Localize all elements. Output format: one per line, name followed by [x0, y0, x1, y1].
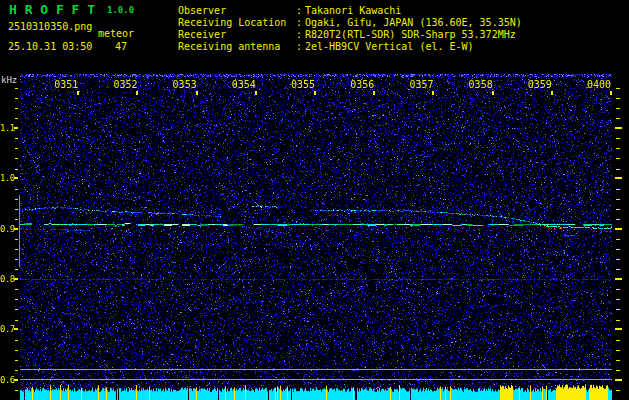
- freq-minor-tick-right: [616, 350, 620, 351]
- time-tick-label: 0351: [54, 79, 78, 90]
- freq-minor-tick: [15, 158, 18, 159]
- freq-minor-tick: [15, 370, 18, 371]
- freq-tick: [14, 228, 18, 230]
- freq-minor-tick: [15, 289, 18, 290]
- hrofft-output-image: H R O F F T 1.0.0 2510310350.png meteor …: [0, 0, 629, 400]
- freq-minor-tick: [15, 320, 18, 321]
- time-tick-label: 0352: [113, 79, 137, 90]
- time-tick: [196, 91, 198, 95]
- time-tick-label: 0354: [232, 79, 256, 90]
- freq-minor-tick: [15, 118, 18, 119]
- freq-minor-tick-right: [616, 289, 620, 290]
- freq-tick: [14, 177, 18, 179]
- freq-minor-tick: [15, 249, 18, 250]
- freq-tick-label: 0.9: [0, 224, 13, 234]
- freq-minor-tick: [15, 98, 18, 99]
- freq-minor-tick-right: [616, 320, 620, 321]
- freq-minor-tick-right: [616, 118, 620, 119]
- time-tick-label: 0358: [469, 79, 493, 90]
- freq-tick-right: [615, 379, 622, 381]
- freq-minor-tick-right: [616, 88, 620, 89]
- freq-minor-tick-right: [616, 148, 620, 149]
- freq-minor-tick-right: [616, 219, 620, 220]
- freq-minor-tick-right: [616, 169, 620, 170]
- freq-minor-tick-right: [616, 108, 620, 109]
- time-tick: [255, 91, 257, 95]
- time-tick: [77, 91, 79, 95]
- freq-minor-tick-right: [616, 259, 620, 260]
- freq-minor-tick: [15, 239, 18, 240]
- time-tick-label: 0359: [528, 79, 552, 90]
- freq-minor-tick: [15, 299, 18, 300]
- time-tick: [136, 91, 138, 95]
- freq-minor-tick: [15, 148, 18, 149]
- time-tick: [492, 91, 494, 95]
- freq-minor-tick-right: [616, 269, 620, 270]
- freq-tick-right: [615, 278, 622, 280]
- freq-minor-tick-right: [616, 370, 620, 371]
- freq-minor-tick-right: [616, 239, 620, 240]
- freq-minor-tick-right: [616, 138, 620, 139]
- freq-tick-right: [615, 328, 622, 330]
- freq-minor-tick-right: [616, 209, 620, 210]
- freq-tick-label: 0.8: [0, 274, 13, 284]
- time-tick: [314, 91, 316, 95]
- freq-minor-tick-right: [616, 360, 620, 361]
- freq-minor-tick: [15, 199, 18, 200]
- freq-minor-tick-right: [616, 249, 620, 250]
- freq-tick-label: 1.0: [0, 173, 13, 183]
- time-tick-label: 0357: [409, 79, 433, 90]
- freq-minor-tick: [15, 138, 18, 139]
- freq-minor-tick: [15, 219, 18, 220]
- freq-tick-label: 0.6: [0, 375, 13, 385]
- time-tick-label: 0355: [291, 79, 315, 90]
- axis-overlays: 0351035203530354035503560357035803590400…: [0, 0, 629, 400]
- freq-tick: [14, 127, 18, 129]
- freq-minor-tick: [15, 350, 18, 351]
- freq-tick-right: [615, 228, 622, 230]
- time-tick: [373, 91, 375, 95]
- freq-minor-tick-right: [616, 340, 620, 341]
- freq-minor-tick-right: [616, 189, 620, 190]
- freq-minor-tick: [15, 360, 18, 361]
- freq-minor-tick-right: [616, 199, 620, 200]
- freq-minor-tick: [15, 169, 18, 170]
- freq-minor-tick: [15, 269, 18, 270]
- time-tick: [432, 91, 434, 95]
- freq-minor-tick-right: [616, 309, 620, 310]
- time-tick: [610, 91, 612, 95]
- freq-tick: [14, 328, 18, 330]
- freq-minor-tick: [15, 189, 18, 190]
- freq-minor-tick: [15, 340, 18, 341]
- freq-tick-label: 1.1: [0, 123, 13, 133]
- time-tick-label: 0400: [587, 79, 611, 90]
- freq-tick-label: 0.7: [0, 324, 13, 334]
- freq-tick: [14, 379, 18, 381]
- freq-tick: [14, 278, 18, 280]
- freq-tick-right: [615, 177, 622, 179]
- freq-minor-tick-right: [616, 390, 620, 391]
- time-tick-label: 0356: [350, 79, 374, 90]
- freq-minor-tick-right: [616, 299, 620, 300]
- left-edge-marker: [19, 195, 20, 267]
- freq-minor-tick: [15, 259, 18, 260]
- freq-minor-tick-right: [616, 158, 620, 159]
- time-tick: [551, 91, 553, 95]
- freq-minor-tick: [15, 390, 18, 391]
- freq-minor-tick-right: [616, 98, 620, 99]
- freq-minor-tick: [15, 88, 18, 89]
- freq-minor-tick: [15, 209, 18, 210]
- time-tick-label: 0353: [173, 79, 197, 90]
- freq-tick-right: [615, 127, 622, 129]
- freq-minor-tick: [15, 309, 18, 310]
- freq-minor-tick: [15, 108, 18, 109]
